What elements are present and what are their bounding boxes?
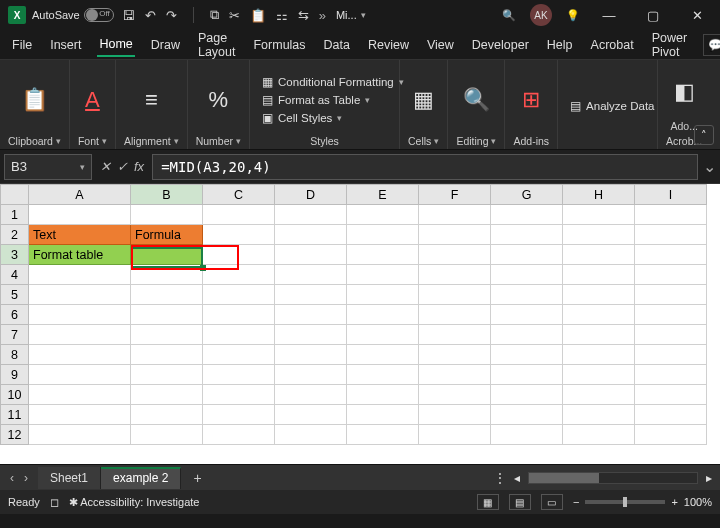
qat-overflow-icon[interactable]: » — [319, 8, 326, 23]
tab-draw[interactable]: Draw — [149, 34, 182, 56]
row-header[interactable]: 7 — [1, 325, 29, 345]
tab-review[interactable]: Review — [366, 34, 411, 56]
tab-help[interactable]: Help — [545, 34, 575, 56]
row-header[interactable]: 9 — [1, 365, 29, 385]
cell-B3[interactable] — [131, 245, 203, 265]
zoom-level[interactable]: 100% — [684, 496, 712, 508]
page-layout-view-button[interactable]: ▤ — [509, 494, 531, 510]
account-avatar[interactable]: AK — [530, 4, 552, 26]
row-header[interactable]: 11 — [1, 405, 29, 425]
sort-icon[interactable]: ⚏ — [276, 8, 288, 23]
more-icon[interactable]: ⇆ — [298, 8, 309, 23]
autosave-label: AutoSave — [32, 9, 80, 21]
col-header[interactable]: C — [203, 185, 275, 205]
analyze-data-button[interactable]: ▤Analyze Data — [570, 99, 645, 113]
ideas-icon[interactable]: 💡 — [566, 9, 580, 22]
redo-icon[interactable]: ↷ — [166, 8, 177, 23]
col-header[interactable]: D — [275, 185, 347, 205]
tab-formulas[interactable]: Formulas — [251, 34, 307, 56]
col-header[interactable]: F — [419, 185, 491, 205]
new-sheet-button[interactable]: + — [181, 470, 213, 486]
save-icon[interactable]: 🖫 — [122, 8, 135, 23]
document-title[interactable]: Mi... ▾ — [336, 9, 366, 21]
tab-home[interactable]: Home — [97, 33, 134, 57]
adobe-icon[interactable]: ◧ — [674, 79, 695, 105]
zoom-slider[interactable] — [585, 500, 665, 504]
name-box[interactable]: B3▾ — [4, 154, 92, 180]
cut-icon[interactable]: ✂ — [229, 8, 240, 23]
clipboard-icon[interactable]: 📋 — [21, 87, 48, 113]
sheet-tab[interactable]: example 2 — [101, 467, 181, 489]
maximize-button[interactable]: ▢ — [638, 8, 668, 23]
expand-formula-bar-icon[interactable]: ⌄ — [698, 157, 720, 176]
macro-record-icon[interactable]: ◻ — [50, 496, 59, 509]
minimize-button[interactable]: — — [594, 8, 624, 23]
select-all-corner[interactable] — [1, 185, 29, 205]
col-header[interactable]: H — [563, 185, 635, 205]
col-header[interactable]: B — [131, 185, 203, 205]
cells-icon[interactable]: ▦ — [413, 87, 434, 113]
table-icon: ▤ — [262, 93, 273, 107]
comments-button[interactable]: 💬 — [703, 34, 720, 56]
fx-icon[interactable]: fx — [134, 159, 144, 174]
scroll-left-icon[interactable]: ◂ — [514, 471, 520, 485]
row-header[interactable]: 3 — [1, 245, 29, 265]
row-header[interactable]: 4 — [1, 265, 29, 285]
alignment-icon[interactable]: ≡ — [145, 87, 158, 113]
cell-B2[interactable]: Formula — [131, 225, 203, 245]
page-break-view-button[interactable]: ▭ — [541, 494, 563, 510]
autosave-toggle[interactable]: AutoSave Off — [32, 8, 114, 22]
sheet-tab[interactable]: Sheet1 — [38, 467, 101, 489]
row-header[interactable]: 2 — [1, 225, 29, 245]
cell-A2[interactable]: Text — [29, 225, 131, 245]
formula-input[interactable]: =MID(A3,20,4) — [152, 154, 698, 180]
zoom-out-button[interactable]: − — [573, 496, 579, 508]
editing-icon[interactable]: 🔍 — [463, 87, 490, 113]
col-header[interactable]: I — [635, 185, 707, 205]
row-header[interactable]: 10 — [1, 385, 29, 405]
cell-styles-button[interactable]: ▣Cell Styles▾ — [262, 111, 387, 125]
addins-icon[interactable]: ⊞ — [522, 87, 540, 113]
enter-formula-icon[interactable]: ✓ — [117, 159, 128, 174]
tab-acrobat[interactable]: Acrobat — [589, 34, 636, 56]
prev-sheet-button[interactable]: ‹ — [10, 471, 14, 485]
scroll-right-icon[interactable]: ▸ — [706, 471, 712, 485]
collapse-ribbon-button[interactable]: ˄ — [694, 125, 714, 145]
undo-icon[interactable]: ↶ — [145, 8, 156, 23]
tab-file[interactable]: File — [10, 34, 34, 56]
col-header[interactable]: E — [347, 185, 419, 205]
conditional-formatting-button[interactable]: ▦Conditional Formatting▾ — [262, 75, 387, 89]
tab-view[interactable]: View — [425, 34, 456, 56]
tab-data[interactable]: Data — [322, 34, 352, 56]
row-header[interactable]: 12 — [1, 425, 29, 445]
close-button[interactable]: ✕ — [682, 8, 712, 23]
number-icon[interactable]: % — [209, 87, 229, 113]
tab-insert[interactable]: Insert — [48, 34, 83, 56]
tab-page-layout[interactable]: Page Layout — [196, 27, 238, 63]
accessibility-status[interactable]: ✱ Accessibility: Investigate — [69, 496, 200, 509]
zoom-control[interactable]: − + 100% — [573, 496, 712, 508]
row-header[interactable]: 1 — [1, 205, 29, 225]
paste-icon[interactable]: 📋 — [250, 8, 266, 23]
col-header[interactable]: A — [29, 185, 131, 205]
row-header[interactable]: 6 — [1, 305, 29, 325]
cell-styles-icon: ▣ — [262, 111, 273, 125]
cancel-formula-icon[interactable]: ✕ — [100, 159, 111, 174]
copy-icon[interactable]: ⧉ — [210, 7, 219, 23]
next-sheet-button[interactable]: › — [24, 471, 28, 485]
tab-developer[interactable]: Developer — [470, 34, 531, 56]
tabs-options-icon[interactable]: ⋮ — [494, 471, 506, 485]
search-icon[interactable]: 🔍 — [502, 9, 516, 22]
col-header[interactable]: G — [491, 185, 563, 205]
tab-power-pivot[interactable]: Power Pivot — [650, 27, 689, 63]
zoom-in-button[interactable]: + — [671, 496, 677, 508]
format-as-table-button[interactable]: ▤Format as Table▾ — [262, 93, 387, 107]
row-header[interactable]: 5 — [1, 285, 29, 305]
cell-A3[interactable]: Format table — [29, 245, 131, 265]
worksheet-area[interactable]: A B C D E F G H I 1 2 Text Formula 3 For… — [0, 184, 720, 464]
autosave-switch[interactable]: Off — [84, 8, 114, 22]
font-icon[interactable]: A — [85, 87, 100, 113]
normal-view-button[interactable]: ▦ — [477, 494, 499, 510]
row-header[interactable]: 8 — [1, 345, 29, 365]
horizontal-scrollbar[interactable] — [528, 472, 698, 484]
